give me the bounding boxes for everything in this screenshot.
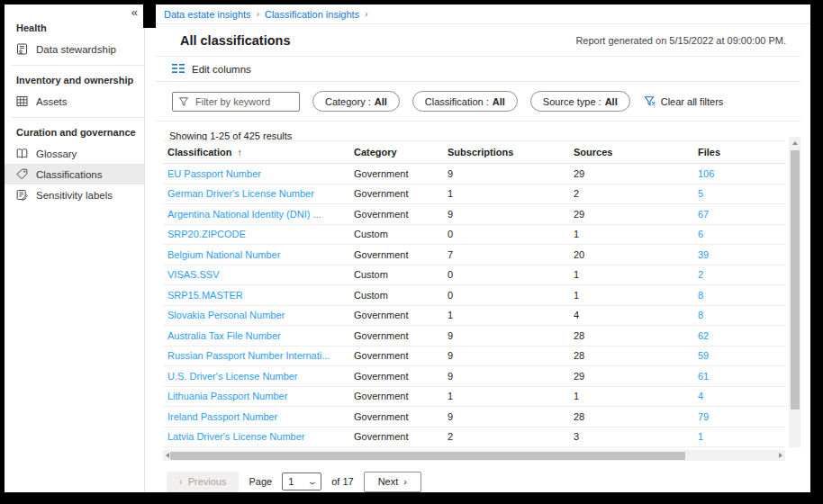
filter-pill-classification-[interactable]: Classification :All bbox=[412, 91, 518, 112]
column-header-classification[interactable]: Classification↑ bbox=[167, 147, 354, 158]
subscriptions-cell: 7 bbox=[448, 249, 574, 260]
pill-value: All bbox=[605, 96, 618, 107]
classification-link[interactable]: Ireland Passport Number bbox=[167, 411, 354, 422]
classification-link[interactable]: SRP15.MASTER bbox=[167, 290, 354, 301]
files-link[interactable]: 1 bbox=[698, 431, 785, 442]
files-link[interactable]: 8 bbox=[698, 310, 785, 320]
page-title: All classifications bbox=[180, 33, 291, 48]
files-link[interactable]: 5 bbox=[698, 188, 785, 199]
table-row: VISAS.SSVCustom012 bbox=[163, 266, 785, 286]
collapse-sidebar-icon[interactable]: « bbox=[131, 6, 138, 19]
scroll-left-icon[interactable] bbox=[166, 453, 169, 458]
classification-link[interactable]: Australia Tax File Number bbox=[167, 330, 354, 341]
classification-link[interactable]: Slovakia Personal Number bbox=[167, 310, 354, 320]
previous-page-button[interactable]: ‹ Previous bbox=[167, 472, 239, 492]
next-page-button[interactable]: Next › bbox=[364, 472, 421, 492]
keyword-filter-box[interactable] bbox=[172, 92, 300, 112]
table-row: SRP15.MASTERCustom018 bbox=[163, 285, 785, 306]
clear-all-filters-button[interactable]: Clear all filters bbox=[645, 96, 724, 107]
sidebar-item-data-stewardship[interactable]: Data stewardship bbox=[5, 39, 144, 59]
sources-cell: 20 bbox=[574, 249, 698, 260]
files-link[interactable]: 61 bbox=[698, 371, 785, 382]
edit-columns-label: Edit columns bbox=[192, 64, 251, 75]
subscriptions-cell: 9 bbox=[448, 350, 574, 361]
subscriptions-cell: 9 bbox=[448, 371, 574, 382]
filter-pill-source-type-[interactable]: Source type :All bbox=[530, 91, 630, 112]
category-cell: Government bbox=[354, 209, 448, 220]
filter-pill-category-[interactable]: Category :All bbox=[312, 91, 400, 112]
sidebar-item-label: Classifications bbox=[36, 169, 103, 180]
vertical-scrollbar-thumb[interactable] bbox=[791, 150, 800, 410]
classification-link[interactable]: SRP20.ZIPCODE bbox=[167, 229, 354, 239]
sources-cell: 3 bbox=[574, 431, 698, 442]
files-link[interactable]: 39 bbox=[698, 249, 785, 260]
sidebar-item-label: Data stewardship bbox=[36, 44, 116, 55]
classification-link[interactable]: Lithuania Passport Number bbox=[167, 391, 354, 401]
column-header-category[interactable]: Category bbox=[354, 147, 448, 158]
category-cell: Government bbox=[354, 431, 448, 442]
scroll-right-icon[interactable] bbox=[779, 453, 782, 458]
sidebar-section-heading: Health bbox=[5, 22, 144, 39]
sidebar-item-glossary[interactable]: Glossary bbox=[5, 143, 144, 164]
files-link[interactable]: 2 bbox=[698, 269, 785, 280]
files-link[interactable]: 8 bbox=[698, 290, 785, 301]
sidebar-section-heading: Curation and governance bbox=[5, 127, 144, 143]
filter-pills: Category :AllClassification :AllSource t… bbox=[312, 91, 630, 112]
vertical-scrollbar[interactable] bbox=[789, 137, 800, 447]
pill-label: Classification : bbox=[425, 96, 489, 107]
pill-label: Category : bbox=[325, 96, 371, 107]
column-header-sources[interactable]: Sources bbox=[574, 147, 698, 158]
page-number-select[interactable]: 1 ⌄ bbox=[282, 472, 321, 490]
filter-bar: Category :AllClassification :AllSource t… bbox=[156, 82, 800, 122]
classification-link[interactable]: Belgium National Number bbox=[167, 249, 354, 260]
sources-cell: 1 bbox=[574, 229, 698, 239]
horizontal-scrollbar[interactable] bbox=[163, 450, 785, 461]
column-header-files[interactable]: Files bbox=[698, 147, 785, 158]
breadcrumb-link[interactable]: Data estate insights bbox=[164, 9, 251, 20]
classification-link[interactable]: U.S. Driver's License Number bbox=[167, 371, 354, 382]
sensitivity-label-icon bbox=[16, 189, 28, 201]
sources-cell: 28 bbox=[574, 330, 698, 341]
breadcrumb-separator-icon: › bbox=[365, 9, 367, 19]
total-pages-label: of 17 bbox=[331, 476, 353, 487]
table-row: SRP20.ZIPCODECustom016 bbox=[163, 225, 785, 246]
classification-link[interactable]: Argentina National Identity (DNI) ... bbox=[167, 209, 354, 220]
subscriptions-cell: 2 bbox=[448, 431, 574, 442]
files-link[interactable]: 79 bbox=[698, 411, 785, 422]
files-link[interactable]: 62 bbox=[698, 330, 785, 341]
sidebar-item-classifications[interactable]: Classifications bbox=[5, 164, 144, 184]
sources-cell: 1 bbox=[574, 269, 698, 280]
subscriptions-cell: 0 bbox=[448, 290, 574, 301]
classification-link[interactable]: German Driver's License Number bbox=[167, 188, 354, 199]
subscriptions-cell: 9 bbox=[448, 330, 574, 341]
column-header-subscriptions[interactable]: Subscriptions bbox=[448, 147, 574, 158]
report-generated-note: Report generated on 5/15/2022 at 09:00:0… bbox=[575, 35, 800, 46]
table-row: Slovakia Personal NumberGovernment148 bbox=[163, 306, 785, 327]
keyword-filter-input[interactable] bbox=[194, 95, 293, 108]
table-row: Ireland Passport NumberGovernment92879 bbox=[163, 407, 785, 428]
classification-link[interactable]: Russian Passport Number Internati... bbox=[167, 350, 354, 361]
breadcrumb-link[interactable]: Classification insights bbox=[265, 9, 359, 20]
files-link[interactable]: 106 bbox=[698, 168, 785, 179]
sidebar-item-assets[interactable]: Assets bbox=[5, 91, 144, 112]
horizontal-scrollbar-thumb[interactable] bbox=[170, 452, 685, 460]
sidebar: « HealthData stewardshipInventory and ow… bbox=[5, 4, 145, 492]
classification-link[interactable]: VISAS.SSV bbox=[167, 269, 354, 280]
classification-link[interactable]: Latvia Driver's License Number bbox=[167, 431, 354, 442]
scroll-up-icon[interactable] bbox=[789, 137, 800, 148]
classification-link[interactable]: EU Passport Number bbox=[167, 168, 354, 179]
category-cell: Government bbox=[354, 350, 448, 361]
subscriptions-cell: 1 bbox=[448, 188, 574, 199]
pill-label: Source type : bbox=[543, 96, 601, 107]
edit-columns-button[interactable]: Edit columns bbox=[156, 57, 800, 82]
sidebar-item-sensitivity-labels[interactable]: Sensitivity labels bbox=[5, 184, 144, 205]
sidebar-item-label: Sensitivity labels bbox=[36, 190, 113, 201]
sources-cell: 2 bbox=[574, 188, 698, 199]
files-link[interactable]: 6 bbox=[698, 229, 785, 239]
table-row: U.S. Driver's License NumberGovernment92… bbox=[163, 366, 785, 387]
files-link[interactable]: 4 bbox=[698, 391, 785, 401]
files-link[interactable]: 67 bbox=[698, 209, 785, 220]
files-link[interactable]: 59 bbox=[698, 350, 785, 361]
table-row: EU Passport NumberGovernment929106 bbox=[163, 164, 785, 184]
panel-gap bbox=[143, 0, 156, 28]
